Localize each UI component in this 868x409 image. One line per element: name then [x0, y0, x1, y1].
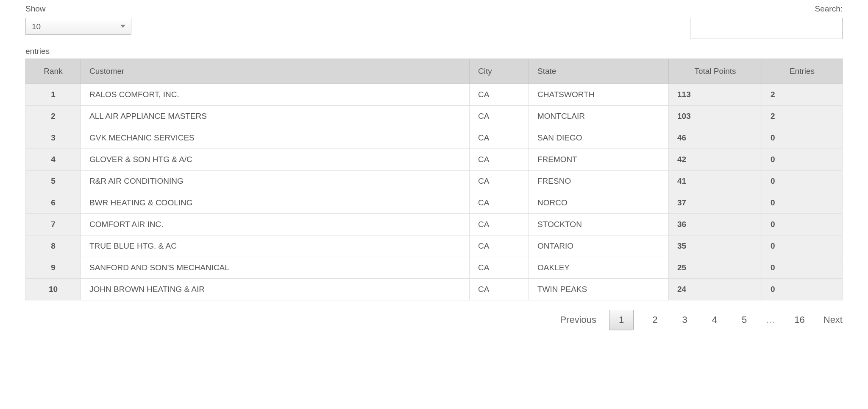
cell-total-points[interactable]: 35 [669, 235, 762, 257]
cell-rank: 7 [26, 214, 81, 235]
cell-rank: 4 [26, 149, 81, 171]
pagination-page-2[interactable]: 2 [646, 311, 663, 329]
cell-city: CA [470, 149, 529, 171]
cell-state: MONTCLAIR [529, 106, 669, 127]
cell-customer: ALL AIR APPLIANCE MASTERS [81, 106, 470, 127]
table-row: 1RALOS COMFORT, INC.CACHATSWORTH1132 [26, 84, 843, 106]
data-table: Rank Customer City State Total Points En… [25, 59, 843, 300]
col-header-rank[interactable]: Rank [26, 59, 81, 84]
cell-state: STOCKTON [529, 214, 669, 235]
cell-customer: TRUE BLUE HTG. & AC [81, 235, 470, 257]
cell-entries[interactable]: 2 [762, 106, 843, 127]
cell-total-points[interactable]: 25 [669, 257, 762, 279]
cell-city: CA [470, 84, 529, 106]
search-control: Search: [690, 4, 843, 39]
cell-state: ONTARIO [529, 235, 669, 257]
cell-entries[interactable]: 0 [762, 171, 843, 192]
cell-total-points[interactable]: 46 [669, 127, 762, 149]
show-entries-control: Show 10 [25, 4, 131, 35]
cell-rank: 9 [26, 257, 81, 279]
cell-total-points[interactable]: 113 [669, 84, 762, 106]
col-header-city[interactable]: City [470, 59, 529, 84]
cell-total-points[interactable]: 24 [669, 279, 762, 300]
pagination-page-1[interactable]: 1 [609, 310, 634, 330]
cell-city: CA [470, 127, 529, 149]
table-row: 10JOHN BROWN HEATING & AIRCATWIN PEAKS24… [26, 279, 843, 300]
cell-total-points[interactable]: 36 [669, 214, 762, 235]
col-header-customer[interactable]: Customer [81, 59, 470, 84]
cell-entries[interactable]: 0 [762, 192, 843, 214]
cell-customer: COMFORT AIR INC. [81, 214, 470, 235]
cell-entries[interactable]: 0 [762, 127, 843, 149]
table-row: 7COMFORT AIR INC.CASTOCKTON360 [26, 214, 843, 235]
table-row: 8TRUE BLUE HTG. & ACCAONTARIO350 [26, 235, 843, 257]
cell-entries[interactable]: 0 [762, 235, 843, 257]
cell-state: FRESNO [529, 171, 669, 192]
table-row: 3GVK MECHANIC SERVICESCASAN DIEGO460 [26, 127, 843, 149]
search-input[interactable] [690, 18, 843, 39]
col-header-total-points[interactable]: Total Points [669, 59, 762, 84]
cell-rank: 10 [26, 279, 81, 300]
cell-customer: BWR HEATING & COOLING [81, 192, 470, 214]
cell-city: CA [470, 106, 529, 127]
cell-entries[interactable]: 0 [762, 149, 843, 171]
cell-city: CA [470, 171, 529, 192]
pagination-page-4[interactable]: 4 [706, 311, 723, 329]
cell-state: OAKLEY [529, 257, 669, 279]
pagination-ellipsis: … [765, 314, 776, 325]
cell-state: FREMONT [529, 149, 669, 171]
cell-total-points[interactable]: 103 [669, 106, 762, 127]
cell-city: CA [470, 257, 529, 279]
pagination-page-5[interactable]: 5 [736, 311, 753, 329]
cell-entries[interactable]: 0 [762, 257, 843, 279]
pagination: Previous 12345…16 Next [25, 310, 843, 330]
cell-city: CA [470, 192, 529, 214]
cell-entries[interactable]: 0 [762, 279, 843, 300]
pagination-page-3[interactable]: 3 [676, 311, 693, 329]
cell-total-points[interactable]: 42 [669, 149, 762, 171]
pagination-previous[interactable]: Previous [560, 314, 596, 325]
cell-state: SAN DIEGO [529, 127, 669, 149]
col-header-entries[interactable]: Entries [762, 59, 843, 84]
table-row: 6BWR HEATING & COOLINGCANORCO370 [26, 192, 843, 214]
cell-customer: JOHN BROWN HEATING & AIR [81, 279, 470, 300]
cell-customer: GLOVER & SON HTG & A/C [81, 149, 470, 171]
show-select-wrap: 10 [25, 18, 131, 35]
table-row: 4GLOVER & SON HTG & A/CCAFREMONT420 [26, 149, 843, 171]
table-row: 5R&R AIR CONDITIONINGCAFRESNO410 [26, 171, 843, 192]
cell-rank: 6 [26, 192, 81, 214]
cell-city: CA [470, 235, 529, 257]
cell-city: CA [470, 279, 529, 300]
pagination-next[interactable]: Next [823, 314, 843, 325]
cell-rank: 3 [26, 127, 81, 149]
cell-customer: SANFORD AND SON'S MECHANICAL [81, 257, 470, 279]
table-row: 9SANFORD AND SON'S MECHANICALCAOAKLEY250 [26, 257, 843, 279]
table-row: 2ALL AIR APPLIANCE MASTERSCAMONTCLAIR103… [26, 106, 843, 127]
show-entries-select[interactable]: 10 [25, 18, 131, 35]
cell-rank: 2 [26, 106, 81, 127]
col-header-state[interactable]: State [529, 59, 669, 84]
cell-entries[interactable]: 0 [762, 214, 843, 235]
show-label: Show [25, 4, 131, 14]
cell-customer: RALOS COMFORT, INC. [81, 84, 470, 106]
cell-customer: GVK MECHANIC SERVICES [81, 127, 470, 149]
cell-rank: 8 [26, 235, 81, 257]
cell-rank: 5 [26, 171, 81, 192]
search-label: Search: [815, 4, 843, 14]
cell-state: TWIN PEAKS [529, 279, 669, 300]
pagination-page-16[interactable]: 16 [788, 311, 810, 329]
cell-state: CHATSWORTH [529, 84, 669, 106]
cell-rank: 1 [26, 84, 81, 106]
cell-entries[interactable]: 2 [762, 84, 843, 106]
entries-text: entries [25, 47, 843, 56]
cell-state: NORCO [529, 192, 669, 214]
table-header-row: Rank Customer City State Total Points En… [26, 59, 843, 84]
cell-city: CA [470, 214, 529, 235]
cell-total-points[interactable]: 41 [669, 171, 762, 192]
cell-total-points[interactable]: 37 [669, 192, 762, 214]
cell-customer: R&R AIR CONDITIONING [81, 171, 470, 192]
